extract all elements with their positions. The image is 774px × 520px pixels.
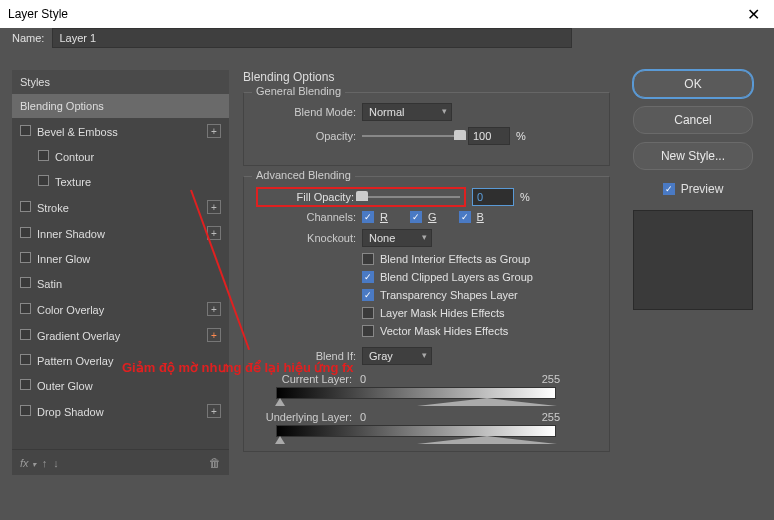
slider-handle-icon[interactable] bbox=[275, 398, 285, 406]
style-inner-shadow[interactable]: Inner Shadow+ bbox=[12, 220, 229, 246]
slider-handle-icon[interactable] bbox=[417, 436, 557, 444]
style-blending-options[interactable]: Blending Options bbox=[12, 94, 229, 118]
interior-effects-checkbox[interactable] bbox=[362, 253, 374, 265]
blend-mode-label: Blend Mode: bbox=[256, 106, 356, 118]
transparency-shapes-checkbox[interactable] bbox=[362, 289, 374, 301]
checkbox-icon[interactable] bbox=[20, 379, 31, 390]
opacity-slider[interactable] bbox=[362, 135, 462, 137]
slider-handle-icon[interactable] bbox=[275, 436, 285, 444]
add-fx-icon[interactable]: + bbox=[207, 226, 221, 240]
fx-menu-icon[interactable]: fx ▾ bbox=[20, 457, 36, 469]
add-fx-icon[interactable]: + bbox=[207, 328, 221, 342]
style-gradient-overlay[interactable]: Gradient Overlay+ bbox=[12, 322, 229, 348]
style-contour[interactable]: Contour bbox=[12, 144, 229, 169]
trash-icon[interactable]: 🗑 bbox=[209, 456, 221, 470]
up-arrow-icon[interactable]: ↑ bbox=[42, 457, 48, 469]
ok-button[interactable]: OK bbox=[633, 70, 753, 98]
checkbox-icon[interactable] bbox=[20, 405, 31, 416]
preview-label: Preview bbox=[681, 182, 724, 196]
style-outer-glow[interactable]: Outer Glow bbox=[12, 373, 229, 398]
preview-checkbox[interactable] bbox=[663, 183, 675, 195]
style-pattern-overlay[interactable]: Pattern Overlay bbox=[12, 348, 229, 373]
advanced-blending-group: Advanced Blending Fill Opacity: % Channe… bbox=[243, 176, 610, 452]
fill-opacity-input[interactable] bbox=[472, 188, 514, 206]
underlying-layer-label: Underlying Layer: bbox=[256, 411, 352, 423]
knockout-select[interactable]: None bbox=[362, 229, 432, 247]
channels-label: Channels: bbox=[256, 211, 356, 223]
opacity-label: Opacity: bbox=[256, 130, 356, 142]
checkbox-icon[interactable] bbox=[20, 252, 31, 263]
knockout-label: Knockout: bbox=[256, 232, 356, 244]
style-color-overlay[interactable]: Color Overlay+ bbox=[12, 296, 229, 322]
blend-if-label: Blend If: bbox=[256, 350, 356, 362]
fill-opacity-label: Fill Opacity: bbox=[262, 191, 354, 203]
vector-mask-checkbox[interactable] bbox=[362, 325, 374, 337]
style-satin[interactable]: Satin bbox=[12, 271, 229, 296]
opacity-input[interactable] bbox=[468, 127, 510, 145]
style-bevel-emboss[interactable]: Bevel & Emboss+ bbox=[12, 118, 229, 144]
preview-swatch bbox=[633, 210, 753, 310]
style-drop-shadow[interactable]: Drop Shadow+ bbox=[12, 398, 229, 424]
underlying-layer-slider[interactable] bbox=[276, 425, 556, 437]
new-style-button[interactable]: New Style... bbox=[633, 142, 753, 170]
checkbox-icon[interactable] bbox=[20, 354, 31, 365]
panel-title: Blending Options bbox=[243, 70, 610, 84]
general-blending-group: General Blending Blend Mode: Normal Opac… bbox=[243, 92, 610, 166]
checkbox-icon[interactable] bbox=[20, 227, 31, 238]
name-label: Name: bbox=[12, 32, 44, 44]
down-arrow-icon[interactable]: ↓ bbox=[53, 457, 59, 469]
blend-mode-select[interactable]: Normal bbox=[362, 103, 452, 121]
fill-opacity-highlight: Fill Opacity: bbox=[256, 187, 466, 207]
checkbox-icon[interactable] bbox=[20, 277, 31, 288]
add-fx-icon[interactable]: + bbox=[207, 200, 221, 214]
checkbox-icon[interactable] bbox=[20, 201, 31, 212]
style-stroke[interactable]: Stroke+ bbox=[12, 194, 229, 220]
percent-unit: % bbox=[516, 130, 526, 142]
fill-opacity-slider[interactable] bbox=[360, 196, 460, 198]
channel-g-checkbox[interactable] bbox=[410, 211, 422, 223]
layer-mask-checkbox[interactable] bbox=[362, 307, 374, 319]
style-inner-glow[interactable]: Inner Glow bbox=[12, 246, 229, 271]
checkbox-icon[interactable] bbox=[20, 303, 31, 314]
clipped-layers-checkbox[interactable] bbox=[362, 271, 374, 283]
current-layer-slider[interactable] bbox=[276, 387, 556, 399]
slider-handle-icon[interactable] bbox=[417, 398, 557, 406]
channel-b-checkbox[interactable] bbox=[459, 211, 471, 223]
dialog-title: Layer Style bbox=[8, 7, 68, 21]
checkbox-icon[interactable] bbox=[38, 175, 49, 186]
add-fx-icon[interactable]: + bbox=[207, 302, 221, 316]
close-icon[interactable]: ✕ bbox=[741, 5, 766, 24]
layer-name-input[interactable] bbox=[52, 28, 572, 48]
checkbox-icon[interactable] bbox=[38, 150, 49, 161]
channel-r-checkbox[interactable] bbox=[362, 211, 374, 223]
checkbox-icon[interactable] bbox=[20, 125, 31, 136]
styles-header[interactable]: Styles bbox=[12, 70, 229, 94]
style-texture[interactable]: Texture bbox=[12, 169, 229, 194]
add-fx-icon[interactable]: + bbox=[207, 404, 221, 418]
add-fx-icon[interactable]: + bbox=[207, 124, 221, 138]
checkbox-icon[interactable] bbox=[20, 329, 31, 340]
current-layer-label: Current Layer: bbox=[256, 373, 352, 385]
cancel-button[interactable]: Cancel bbox=[633, 106, 753, 134]
percent-unit: % bbox=[520, 191, 530, 203]
blend-if-select[interactable]: Gray bbox=[362, 347, 432, 365]
